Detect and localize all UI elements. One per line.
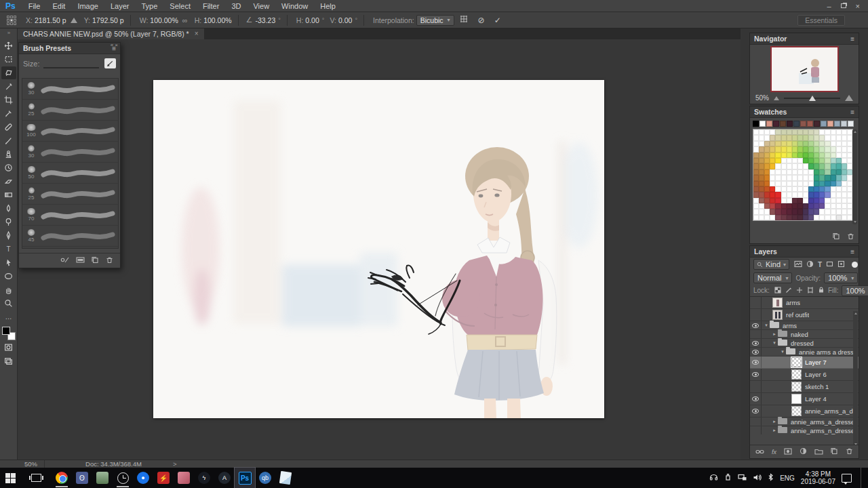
preset-manager-icon[interactable] [76,256,85,265]
blur-tool[interactable] [1,202,16,215]
color-swatch[interactable] [781,203,787,209]
color-swatch[interactable] [819,192,825,197]
new-layer-icon[interactable] [831,447,838,456]
color-swatch[interactable] [831,203,836,209]
color-swatch[interactable] [847,203,852,209]
layer-style-fx-icon[interactable]: fx [772,449,776,455]
color-swatch[interactable] [825,169,830,175]
color-swatch[interactable] [770,215,775,220]
color-swatch[interactable] [825,181,830,186]
w-value[interactable]: 100.00% [150,16,178,24]
color-swatch[interactable] [814,146,819,152]
history-brush-tool[interactable] [1,161,16,174]
color-swatch[interactable] [787,152,792,158]
color-swatch[interactable] [836,192,842,197]
color-swatch[interactable] [800,121,806,127]
expand-caret-icon[interactable]: ▾ [779,349,786,354]
color-swatch[interactable] [759,135,764,140]
close-button[interactable]: × [856,0,860,12]
filter-pixel-icon[interactable] [794,260,802,269]
navigator-header[interactable]: Navigator ≡ [750,33,859,45]
color-swatch[interactable] [759,181,764,186]
color-swatch[interactable] [803,158,808,163]
color-swatch[interactable] [787,181,792,186]
clone-stamp-tool[interactable] [1,148,16,161]
color-swatch[interactable] [814,186,819,192]
spot-healing-brush-tool[interactable] [1,121,16,134]
color-swatch[interactable] [770,146,775,152]
color-swatch[interactable] [770,186,775,192]
color-swatch[interactable] [814,198,819,203]
color-swatch[interactable] [827,121,833,127]
menu-item[interactable]: Window [275,0,314,12]
color-swatch[interactable] [759,158,764,163]
tray-network-icon[interactable] [738,474,747,483]
layer-row[interactable]: Layer 6 [750,369,859,381]
layer-row[interactable]: Layer 7 [750,357,859,369]
color-swatch[interactable] [759,186,764,192]
quick-mask-icon[interactable] [1,341,16,354]
color-swatch[interactable] [770,209,775,214]
lock-position-icon[interactable] [796,287,803,295]
color-swatch[interactable] [781,169,787,175]
color-swatch[interactable] [753,203,759,209]
color-swatch[interactable] [842,146,847,152]
color-swatch[interactable] [808,163,814,169]
color-swatch[interactable] [797,209,803,214]
color-swatch[interactable] [819,175,825,180]
color-swatch[interactable] [831,141,836,146]
color-swatch[interactable] [808,186,814,192]
color-swatch[interactable] [781,181,787,186]
interpolation-dropdown[interactable]: Bicubic ▾ [416,15,454,26]
color-swatch[interactable] [819,215,825,220]
color-swatch[interactable] [775,169,781,175]
color-swatch[interactable] [847,152,852,158]
color-swatch[interactable] [759,215,764,220]
color-swatch[interactable] [836,141,842,146]
color-swatch[interactable] [842,163,847,169]
color-swatch[interactable] [775,209,781,214]
color-swatch[interactable] [797,135,803,140]
color-swatch[interactable] [821,121,827,127]
color-swatch[interactable] [766,121,772,127]
color-swatch[interactable] [842,215,847,220]
color-swatch[interactable] [787,169,792,175]
color-swatch[interactable] [764,192,770,197]
menu-item[interactable]: Layer [104,0,136,12]
color-swatch[interactable] [775,146,781,152]
screen-mode-icon[interactable] [1,354,16,367]
color-swatch[interactable] [759,175,764,180]
color-swatch[interactable] [803,141,808,146]
color-swatch[interactable] [842,169,847,175]
color-swatch[interactable] [819,163,825,169]
path-selection-tool[interactable] [1,256,16,269]
brush-preset[interactable]: 50 [22,163,118,184]
color-swatch[interactable] [831,181,836,186]
eraser-tool[interactable] [1,175,16,188]
color-swatch[interactable] [808,158,814,163]
layer-row[interactable]: ▸ naked [750,330,859,339]
color-swatch[interactable] [841,121,847,127]
color-swatch[interactable] [831,135,836,140]
color-swatch[interactable] [847,209,852,214]
color-swatch[interactable] [842,152,847,158]
foreground-color-swatch[interactable] [2,327,10,335]
status-zoom-value[interactable]: 50% [0,460,45,468]
lock-pixels-icon[interactable] [785,287,792,295]
color-swatch[interactable] [797,215,803,220]
color-swatch[interactable] [770,203,775,209]
edit-toolbar-icon[interactable]: … [1,310,16,323]
tray-bluetooth-icon[interactable] [768,473,774,483]
taskbar-clock-app[interactable] [113,468,133,488]
color-swatch[interactable] [831,175,836,180]
color-swatch[interactable] [797,163,803,169]
pen-tool[interactable] [1,229,16,242]
color-swatch[interactable] [836,186,842,192]
menu-item[interactable]: Filter [197,0,225,12]
color-swatch[interactable] [753,192,759,197]
color-swatch[interactable] [775,163,781,169]
color-swatch[interactable] [803,129,808,135]
color-swatch[interactable] [842,175,847,180]
color-swatch[interactable] [764,158,770,163]
color-swatch[interactable] [787,163,792,169]
